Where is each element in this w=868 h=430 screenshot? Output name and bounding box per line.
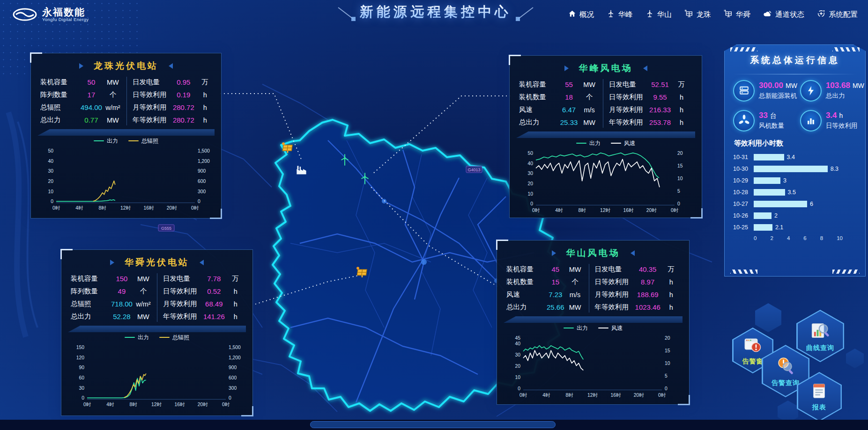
series-总辐照 [93, 181, 115, 201]
svg-text:30: 30 [79, 386, 85, 391]
stat-row: 风速6.47m/s [519, 104, 600, 115]
bar [754, 177, 780, 184]
wind-farm-marker-2[interactable] [359, 172, 371, 187]
arrow-left-icon [200, 260, 204, 265]
panel-longzhu-pv-station: 龙珠光伏电站装机容量50MW阵列数量17个总辐照494.00w/m²总出力0.7… [30, 53, 222, 219]
bar-value: 8.3 [831, 166, 838, 172]
station-title: 龙珠光伏电站 [94, 60, 158, 72]
svg-text:4时: 4时 [106, 402, 114, 407]
svg-text:10: 10 [665, 361, 670, 366]
svg-text:5: 5 [665, 373, 668, 379]
report-icon [810, 382, 828, 402]
svg-text:0: 0 [229, 395, 231, 401]
nav-item-6[interactable]: 通道状态 [763, 10, 804, 20]
svg-text:4时: 4时 [555, 208, 563, 213]
nav-item-4[interactable]: 龙珠 [684, 9, 711, 20]
bar-row: 10-276 [733, 198, 857, 210]
svg-text:20: 20 [665, 335, 670, 341]
stat-value: 150 [111, 275, 133, 283]
svg-text:0时: 0时 [671, 208, 679, 213]
system-overview-title: 系统总体运行信息 [733, 54, 857, 66]
svg-text:20: 20 [515, 364, 521, 369]
stat-value: 15 [547, 278, 564, 286]
svg-text:G4013: G4013 [467, 168, 480, 172]
stat-label: 日发电量 [163, 274, 203, 283]
stat-value: 8.97 [635, 278, 660, 286]
svg-text:0: 0 [677, 201, 680, 206]
turbine-icon [607, 9, 615, 20]
legend-item: 风速 [611, 139, 635, 147]
stat-value: 0.77 [81, 116, 102, 124]
stat-row: 风速7.23m/s [506, 289, 586, 300]
turbine-icon [645, 9, 654, 20]
stat-value: 300.00 [759, 81, 783, 90]
station-title-row: 华舜光伏电站 [68, 255, 246, 270]
stat-value: 7.23 [547, 291, 564, 299]
stat-label: 阵列数量 [40, 90, 81, 99]
series-出力 [56, 200, 115, 202]
hex-button-label: 报表 [812, 403, 826, 412]
svg-text:0: 0 [530, 201, 533, 206]
stat-value: 40.35 [635, 265, 660, 273]
arrow-right-icon [79, 63, 83, 69]
config-icon [817, 9, 825, 20]
chart-legend: 出力风速 [516, 139, 695, 147]
stat-label: 总辐照 [71, 299, 111, 308]
axis-tick: 2 [770, 235, 773, 241]
svg-text:4时: 4时 [542, 393, 550, 398]
legend-item: 出力 [576, 139, 601, 147]
nav-item-5[interactable]: 华舜 [724, 9, 750, 20]
stat-value: 103.68 [826, 81, 850, 90]
svg-text:50: 50 [48, 148, 54, 153]
svg-text:30: 30 [528, 171, 534, 176]
nav-item-label: 龙珠 [697, 10, 711, 20]
stat-unit: w/m² [133, 300, 154, 308]
system-stat-card: 3.4h日等效利用 [800, 110, 864, 131]
bar-row: 10-283.5 [733, 187, 857, 198]
wind-farm-marker-1[interactable] [339, 153, 350, 168]
logo-title: 永福数能 [42, 7, 89, 17]
logo-subtitle: Yongfu Digital Energy [42, 17, 89, 22]
nav-item-2[interactable]: 华峰 [607, 9, 633, 20]
stat-label: 总出力 [40, 116, 81, 124]
svg-text:10: 10 [515, 375, 521, 380]
stat-label: 风机数量 [759, 122, 784, 130]
bar [754, 166, 828, 172]
stat-row: 年等效利用1023.46h [595, 302, 682, 313]
nav-item-1[interactable]: 概况 [568, 10, 594, 20]
stat-unit: MW [853, 82, 864, 89]
svg-text:90: 90 [79, 365, 85, 370]
pv-station-marker-1[interactable] [280, 141, 295, 156]
nav-item-3[interactable]: 华山 [645, 9, 672, 20]
station-title-row: 龙珠光伏电站 [37, 58, 215, 74]
legend-item: 总辐照 [159, 334, 189, 342]
svg-text:12时: 12时 [600, 208, 611, 213]
series-风速 [523, 350, 583, 370]
station-stats: 装机容量50MW阵列数量17个总辐照494.00w/m²总出力0.77MW日发电… [37, 77, 215, 125]
stat-value: 280.72 [173, 103, 194, 111]
bar-category: 10-28 [733, 189, 754, 196]
svg-text:8时: 8时 [130, 402, 138, 407]
panel-divider-decoration [516, 131, 695, 138]
stat-unit: h [660, 304, 682, 311]
equivalent-hours-bar-chart: 10-313.410-308.310-29310-283.510-27610-2… [733, 152, 857, 233]
stat-unit: 万 [660, 265, 682, 274]
stat-value: 52.51 [649, 80, 671, 88]
nav-item-7[interactable]: 系统配置 [817, 9, 858, 20]
bar-category: 10-29 [733, 177, 754, 184]
svg-text:10: 10 [528, 191, 534, 197]
stat-row: 日发电量7.78万 [163, 273, 246, 284]
svg-text:12时: 12时 [120, 205, 131, 211]
stat-unit: MW [133, 313, 154, 321]
svg-text:300: 300 [198, 189, 206, 194]
stat-label: 年等效利用 [595, 303, 635, 312]
bar-category: 10-31 [733, 154, 754, 160]
bar [754, 189, 785, 196]
pv-station-marker-2[interactable] [355, 266, 370, 280]
report-button[interactable]: 报表 [797, 372, 842, 422]
chart-legend: 出力风速 [504, 324, 683, 332]
stat-value: 18 [559, 93, 579, 101]
stat-label: 年等效利用 [163, 312, 203, 321]
svg-text:1,200: 1,200 [198, 159, 210, 164]
plant-marker[interactable] [295, 165, 308, 177]
